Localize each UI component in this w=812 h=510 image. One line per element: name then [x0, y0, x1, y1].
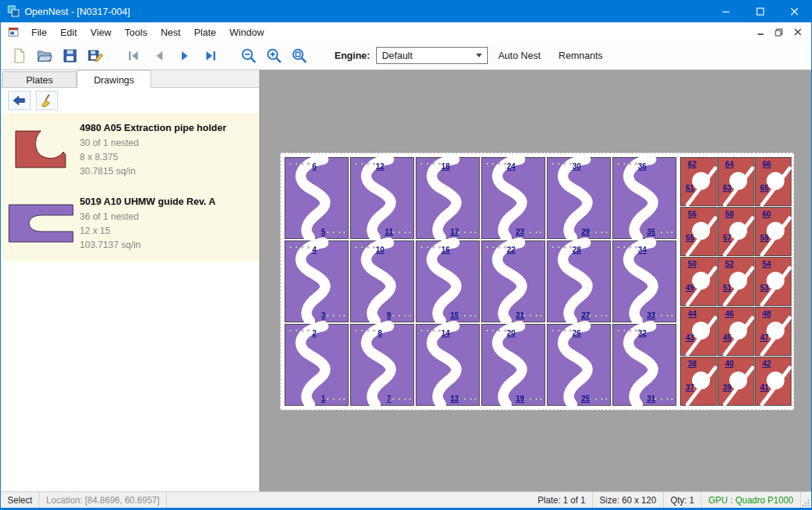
nest-canvas[interactable]: 6512111817242330293635431091615222128273… [260, 70, 811, 491]
svg-text:4: 4 [312, 245, 317, 254]
nested-part-pair[interactable]: 3837 [681, 357, 717, 406]
svg-text:48: 48 [762, 309, 771, 318]
nested-part-pair[interactable]: 4039 [718, 357, 755, 406]
nested-part-pair[interactable]: 5453 [755, 258, 792, 306]
svg-text:49: 49 [685, 283, 694, 292]
nested-part-pair[interactable]: 65 [285, 158, 349, 239]
svg-text:16: 16 [441, 245, 450, 254]
nested-part-pair[interactable]: 5251 [718, 258, 755, 306]
auto-nest-button[interactable]: Auto Nest [491, 45, 548, 66]
nested-part-pair[interactable]: 43 [285, 241, 349, 322]
save-as-button[interactable] [84, 45, 107, 67]
mdi-close-button[interactable] [790, 25, 805, 39]
nav-next-button[interactable] [174, 45, 196, 67]
list-item[interactable]: 5019 A10 UHMW guide Rev. A 36 of 1 neste… [1, 187, 259, 261]
nested-part-pair[interactable]: 1615 [416, 241, 480, 322]
sidebar-tabstrip: Plates Drawings [1, 70, 259, 88]
nested-part-pair[interactable]: 3635 [613, 158, 676, 239]
engine-value: Default [382, 50, 476, 61]
nested-part-pair[interactable]: 87 [351, 325, 414, 406]
close-button[interactable] [777, 0, 811, 22]
svg-text:5: 5 [321, 227, 326, 236]
nav-previous-button[interactable] [148, 45, 171, 67]
zoom-out-button[interactable] [238, 45, 260, 67]
menu-view[interactable]: View [83, 24, 118, 41]
drawing-nested-count: 36 of 1 nested [80, 210, 215, 224]
nav-last-icon [202, 48, 218, 64]
save-button[interactable] [59, 45, 81, 67]
nested-part-pair[interactable]: 6463 [718, 158, 755, 206]
app-window: OpenNest - [N0317-004] File Edit View To… [0, 0, 812, 510]
mdi-restore-button[interactable] [771, 25, 787, 39]
cleanup-button[interactable] [36, 91, 58, 110]
zoom-in-button[interactable] [263, 45, 285, 67]
nav-first-button[interactable] [123, 45, 145, 67]
nav-next-icon [177, 48, 193, 64]
resize-grip[interactable] [801, 492, 811, 508]
nested-part-pair[interactable]: 6261 [681, 158, 717, 206]
nested-part-pair[interactable]: 3433 [613, 241, 676, 322]
open-button[interactable] [34, 45, 56, 67]
toolbar: Engine: Default Auto Nest Remnants [1, 42, 811, 70]
drawing-size: 12 x 15 [80, 224, 215, 238]
svg-text:64: 64 [725, 159, 734, 168]
main-content: Plates Drawings 4980 A05 Extraction pip [1, 70, 811, 491]
svg-text:54: 54 [762, 259, 771, 268]
nested-part-pair[interactable]: 1817 [416, 158, 480, 239]
engine-select[interactable]: Default [376, 47, 488, 64]
svg-text:25: 25 [581, 394, 590, 403]
nested-part-pair[interactable]: 109 [351, 241, 414, 322]
remnants-button[interactable]: Remnants [551, 45, 610, 66]
tab-drawings[interactable]: Drawings [77, 70, 151, 88]
nested-part-pair[interactable]: 2423 [482, 158, 545, 239]
menu-nest[interactable]: Nest [154, 24, 188, 41]
nested-part-pair[interactable]: 5049 [681, 258, 717, 306]
nested-part-pair[interactable]: 6665 [755, 158, 792, 206]
nested-part-pair[interactable]: 6059 [755, 208, 792, 256]
svg-text:60: 60 [762, 209, 771, 218]
svg-text:47: 47 [760, 333, 769, 342]
nested-part-pair[interactable]: 3231 [613, 325, 676, 406]
nested-part-pair[interactable]: 2221 [482, 241, 545, 322]
nested-part-pair[interactable]: 2019 [482, 325, 545, 406]
list-item[interactable]: 4980 A05 Extraction pipe holder 30 of 1 … [1, 113, 259, 187]
drawing-size: 8 x 8.375 [80, 150, 226, 165]
nested-part-pair[interactable]: 5655 [681, 208, 717, 256]
nested-part-pair[interactable]: 21 [285, 325, 349, 406]
status-gpu: GPU : Quadro P1000 [702, 492, 801, 508]
maximize-button[interactable] [743, 0, 777, 22]
mdi-minimize-button[interactable] [752, 25, 768, 39]
nested-part-pair[interactable]: 1413 [416, 325, 480, 406]
nested-part-pair[interactable]: 4847 [755, 307, 792, 356]
move-to-plate-button[interactable] [8, 91, 31, 110]
svg-text:23: 23 [516, 227, 524, 236]
nested-part-pair[interactable]: 2625 [548, 325, 611, 406]
drawing-area: 30.7815 sq/in [80, 165, 226, 179]
svg-text:61: 61 [685, 183, 694, 192]
tab-plates[interactable]: Plates [2, 71, 77, 87]
plate[interactable]: 6512111817242330293635431091615222128273… [280, 153, 794, 410]
menu-file[interactable]: File [25, 24, 54, 41]
nested-part-pair[interactable]: 4645 [718, 307, 755, 356]
drawing-info: 5019 A10 UHMW guide Rev. A 36 of 1 neste… [77, 194, 215, 252]
nested-part-pair[interactable]: 1211 [351, 158, 414, 239]
svg-text:63: 63 [723, 183, 732, 192]
nested-part-pair[interactable]: 4443 [681, 307, 717, 356]
svg-text:1: 1 [321, 394, 326, 403]
zoom-fit-button[interactable] [288, 45, 311, 67]
minimize-button[interactable] [708, 0, 743, 22]
menu-tools[interactable]: Tools [118, 24, 153, 41]
nested-part-pair[interactable]: 3029 [548, 158, 611, 239]
menu-plate[interactable]: Plate [187, 24, 223, 41]
svg-text:40: 40 [725, 359, 734, 368]
status-spacer [167, 492, 531, 508]
nav-last-button[interactable] [199, 45, 221, 67]
new-button[interactable] [8, 45, 31, 67]
svg-text:15: 15 [450, 310, 459, 319]
nested-part-pair[interactable]: 2827 [548, 241, 611, 322]
nested-part-pair[interactable]: 5857 [718, 208, 755, 256]
menu-window[interactable]: Window [223, 24, 270, 41]
menu-edit[interactable]: Edit [54, 24, 83, 41]
plate-parts[interactable]: 6512111817242330293635431091615222128273… [281, 153, 793, 409]
nested-part-pair[interactable]: 4241 [755, 357, 792, 406]
